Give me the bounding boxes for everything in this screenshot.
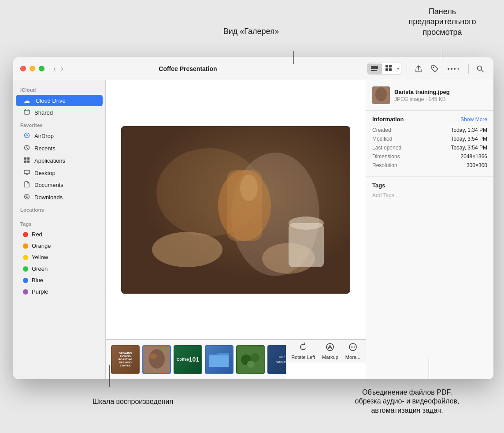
tags-section-label: Tags bbox=[13, 218, 105, 228]
created-label: Created bbox=[372, 127, 391, 133]
markup-icon bbox=[326, 343, 334, 354]
created-value: Today, 1:34 PM bbox=[451, 127, 488, 133]
preview-file-info: Barista training.jpeg JPEG image · 145 K… bbox=[394, 89, 450, 102]
tag-button[interactable] bbox=[428, 63, 441, 75]
sidebar-item-desktop[interactable]: Desktop bbox=[16, 167, 103, 179]
more-button[interactable]: More... bbox=[345, 343, 360, 360]
svg-line-13 bbox=[482, 70, 484, 72]
sidebar-item-tag-red-label: Red bbox=[32, 231, 42, 238]
sidebar-item-tag-green[interactable]: Green bbox=[16, 263, 103, 274]
applications-icon bbox=[23, 157, 31, 164]
view-toggle: ▼ bbox=[367, 63, 401, 75]
bottom-area: GROWINGPICKINGROASTINGBREWINGCOFFEE bbox=[106, 339, 366, 379]
svg-point-28 bbox=[240, 175, 258, 201]
maximize-button[interactable] bbox=[39, 66, 44, 71]
tags-section: Tags Add Tags... bbox=[366, 177, 493, 204]
sidebar-item-icloud-drive[interactable]: ☁ iCloud Drive bbox=[16, 95, 103, 106]
svg-rect-2 bbox=[373, 70, 375, 71]
sidebar-item-tag-yellow[interactable]: Yellow bbox=[16, 252, 103, 263]
close-button[interactable] bbox=[20, 66, 26, 71]
svg-point-34 bbox=[149, 349, 165, 369]
sidebar-item-downloads[interactable]: Downloads bbox=[16, 191, 103, 203]
thumbnail-2[interactable] bbox=[142, 345, 171, 374]
sidebar-item-tag-green-label: Green bbox=[32, 265, 48, 272]
finder-window: ‹ › Coffee Presentation bbox=[13, 57, 493, 379]
search-button[interactable] bbox=[474, 63, 486, 74]
sidebar-item-tag-red[interactable]: Red bbox=[16, 229, 103, 240]
svg-rect-23 bbox=[121, 126, 350, 294]
sidebar-item-downloads-label: Downloads bbox=[34, 194, 63, 201]
info-section-title: Information bbox=[372, 116, 404, 123]
icloud-icon: ☁ bbox=[23, 97, 31, 104]
markup-button[interactable]: Markup bbox=[322, 343, 338, 360]
resolution-value: 300×300 bbox=[467, 162, 487, 168]
markup-label: Markup bbox=[322, 355, 338, 360]
svg-rect-27 bbox=[227, 170, 262, 241]
downloads-icon bbox=[23, 194, 31, 201]
minimize-button[interactable] bbox=[30, 66, 35, 71]
sidebar-item-tag-purple-label: Purple bbox=[32, 288, 48, 295]
svg-rect-6 bbox=[385, 68, 388, 71]
gallery-view-button[interactable] bbox=[367, 63, 382, 74]
preview-row-last-opened: Last opened Today, 3:54 PM bbox=[372, 145, 487, 151]
content-area: GROWINGPICKINGROASTINGBREWINGCOFFEE bbox=[106, 80, 366, 379]
sidebar-item-airdrop[interactable]: AirDrop bbox=[16, 130, 103, 142]
favorites-section-label: Favorites bbox=[13, 119, 105, 130]
svg-point-35 bbox=[150, 354, 157, 359]
svg-point-50 bbox=[351, 347, 352, 347]
share-button[interactable] bbox=[412, 63, 425, 75]
show-more-button[interactable]: Show More bbox=[460, 116, 487, 123]
main-content: iCloud ☁ iCloud Drive Shared Favorites bbox=[13, 80, 493, 379]
add-tags-input[interactable]: Add Tags... bbox=[372, 192, 487, 198]
thumbnail-5[interactable] bbox=[236, 345, 265, 374]
window-title: Coffee Presentation bbox=[70, 65, 306, 72]
sidebar-item-applications[interactable]: Applications bbox=[16, 155, 103, 167]
sidebar-item-tag-orange[interactable]: Orange bbox=[16, 240, 103, 251]
preview-row-dimensions: Dimensions 2048×1366 bbox=[372, 153, 487, 160]
rotate-left-button[interactable]: Rotate Left bbox=[291, 343, 315, 360]
svg-rect-7 bbox=[389, 68, 392, 71]
svg-rect-0 bbox=[371, 66, 378, 69]
svg-point-25 bbox=[231, 153, 319, 276]
nav-back-button[interactable]: ‹ bbox=[52, 64, 57, 74]
preview-thumbnail bbox=[372, 86, 390, 104]
sidebar-item-tag-blue-label: Blue bbox=[32, 277, 43, 284]
sidebar-item-tag-purple[interactable]: Purple bbox=[16, 286, 103, 297]
preview-row-modified: Modified Today, 3:54 PM bbox=[372, 136, 487, 142]
recents-icon bbox=[23, 145, 31, 152]
more-icon bbox=[348, 343, 357, 354]
thumbnail-4[interactable] bbox=[205, 345, 233, 374]
rotate-left-icon bbox=[299, 343, 308, 354]
thumbnail-3[interactable]: Coffee101 bbox=[174, 345, 202, 374]
modified-label: Modified bbox=[372, 136, 392, 142]
sidebar-item-tag-blue[interactable]: Blue bbox=[16, 275, 103, 286]
dimensions-label: Dimensions bbox=[372, 153, 400, 160]
nav-forward-button[interactable]: › bbox=[59, 64, 65, 74]
sidebar-item-icloud-drive-label: iCloud Drive bbox=[34, 97, 66, 104]
svg-point-9 bbox=[448, 68, 449, 70]
sidebar-item-recents[interactable]: Recents bbox=[16, 142, 103, 154]
more-options-button[interactable]: ▼ bbox=[445, 65, 463, 73]
svg-point-38 bbox=[251, 353, 259, 362]
thumbnail-and-actions: GROWINGPICKINGROASTINGBREWINGCOFFEE bbox=[106, 340, 366, 379]
svg-point-11 bbox=[454, 68, 456, 70]
svg-point-30 bbox=[262, 243, 315, 274]
titlebar: ‹ › Coffee Presentation bbox=[13, 57, 493, 80]
nav-buttons: ‹ › bbox=[52, 64, 65, 74]
thumbnail-1[interactable]: GROWINGPICKINGROASTINGBREWINGCOFFEE bbox=[111, 345, 140, 374]
sidebar-item-applications-label: Applications bbox=[34, 157, 65, 164]
svg-rect-14 bbox=[24, 110, 30, 114]
gallery-main bbox=[106, 80, 366, 339]
thumbnail-6[interactable]: OurValues bbox=[267, 345, 286, 374]
svg-rect-5 bbox=[389, 65, 392, 67]
svg-rect-17 bbox=[24, 157, 26, 160]
sidebar-item-shared[interactable]: Shared bbox=[16, 107, 103, 119]
documents-icon bbox=[23, 181, 31, 189]
locations-section-label: Locations bbox=[13, 204, 105, 214]
info-section-header: Information Show More bbox=[372, 116, 487, 123]
grid-view-button[interactable] bbox=[382, 63, 395, 74]
preview-panel: Barista training.jpeg JPEG image · 145 K… bbox=[366, 80, 493, 379]
svg-point-8 bbox=[433, 67, 434, 68]
svg-rect-20 bbox=[27, 161, 30, 163]
sidebar-item-documents[interactable]: Documents bbox=[16, 179, 103, 191]
